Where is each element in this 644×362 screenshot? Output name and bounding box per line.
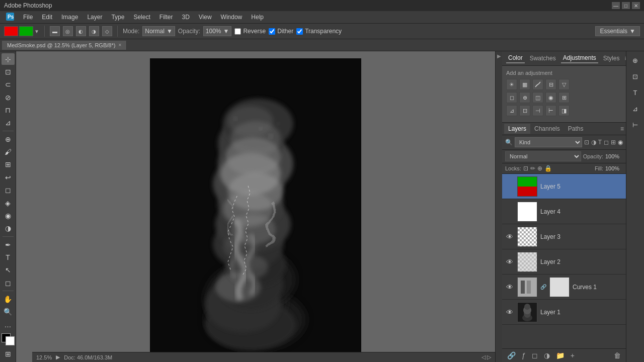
reverse-checkbox[interactable] xyxy=(234,28,241,35)
layer-3-visibility[interactable]: 👁 xyxy=(505,233,514,241)
screen-mode-button[interactable]: ⊞ xyxy=(2,348,15,360)
menu-image[interactable]: Image xyxy=(57,13,82,22)
tab-swatches[interactable]: Swatches xyxy=(528,54,558,63)
layer-group-button[interactable]: 📁 xyxy=(554,350,567,360)
transparency-checkbox[interactable] xyxy=(296,28,303,35)
tab-color[interactable]: Color xyxy=(506,53,525,63)
layer-new-button[interactable]: + xyxy=(569,350,577,360)
lasso-tool[interactable]: ⊂ xyxy=(2,79,15,90)
adj-levels-icon[interactable]: ▦ xyxy=(519,79,530,90)
layer-new-fill-button[interactable]: ◑ xyxy=(542,350,552,360)
menu-edit[interactable]: Edit xyxy=(38,13,56,22)
move-tool[interactable]: ⊹ xyxy=(2,53,15,65)
layer-item-5[interactable]: Layer 5 xyxy=(502,174,626,199)
window-controls[interactable]: — □ ✕ xyxy=(612,2,640,9)
stamp-tool[interactable]: ⊞ xyxy=(2,159,15,170)
extra-tools[interactable]: … xyxy=(2,319,15,330)
layer-add-style-button[interactable]: ƒ xyxy=(520,350,528,360)
right-tool-3[interactable]: T xyxy=(628,85,642,100)
adj-colorbalance-icon[interactable]: ⊕ xyxy=(519,92,530,103)
path-selection-tool[interactable]: ↖ xyxy=(2,264,15,276)
transparency-checkbox-group[interactable]: Transparency xyxy=(296,28,342,35)
menu-window[interactable]: Window xyxy=(217,13,247,22)
tab-close-button[interactable]: × xyxy=(118,42,121,48)
curves1-visibility[interactable]: 👁 xyxy=(505,283,514,291)
type-tool[interactable]: T xyxy=(2,251,15,263)
shape-tool[interactable]: ◻ xyxy=(2,277,15,289)
marquee-tool[interactable]: ⊡ xyxy=(2,66,15,77)
crop-tool[interactable]: ⊓ xyxy=(2,104,15,116)
menu-filter[interactable]: Filter xyxy=(155,13,177,22)
layers-panel-options-icon[interactable]: ≡ xyxy=(620,125,624,132)
filter-adj-icon[interactable]: ◑ xyxy=(591,139,596,146)
menu-help[interactable]: Help xyxy=(247,13,268,22)
filter-type-icon[interactable]: T xyxy=(598,139,602,146)
gradient-diamond-button[interactable]: ◇ xyxy=(102,26,112,36)
right-tool-4[interactable]: ⊿ xyxy=(628,102,642,116)
layer-add-mask-button[interactable]: ◻ xyxy=(530,350,540,360)
fg-bg-colors[interactable] xyxy=(2,333,15,345)
adj-channelmixer-icon[interactable]: ⊞ xyxy=(558,92,570,103)
quick-selection-tool[interactable]: ⊘ xyxy=(2,92,15,103)
swatch-red[interactable] xyxy=(4,26,18,36)
close-button[interactable]: ✕ xyxy=(632,2,640,9)
adj-brightness-icon[interactable]: ☀ xyxy=(506,79,517,90)
adj-vibrance-icon[interactable]: ▽ xyxy=(558,79,570,90)
filter-pixel-icon[interactable]: ⊡ xyxy=(584,139,589,146)
filter-smart-icon[interactable]: ⊞ xyxy=(611,139,616,146)
lock-all-icon[interactable]: 🔒 xyxy=(544,165,552,172)
adj-curves-icon[interactable] xyxy=(532,79,543,90)
panels-collapse-strip[interactable]: ▶ xyxy=(495,51,502,362)
minimize-button[interactable]: — xyxy=(612,2,620,9)
blend-mode-dropdown[interactable]: Normal xyxy=(505,151,581,161)
gradient-reflected-button[interactable]: ◑ xyxy=(89,26,99,36)
background-color[interactable] xyxy=(6,336,15,345)
blur-tool[interactable]: ◉ xyxy=(2,210,15,221)
lock-move-icon[interactable]: ⊕ xyxy=(537,165,542,172)
gradient-radial-button[interactable]: ◎ xyxy=(63,26,73,36)
mode-dropdown[interactable]: Normal ▼ xyxy=(142,26,175,36)
menu-type[interactable]: Type xyxy=(107,13,128,22)
menu-select[interactable]: Select xyxy=(129,13,154,22)
layer-item-2[interactable]: 👁 Layer 2 xyxy=(502,249,626,275)
menu-file[interactable]: File xyxy=(19,13,37,22)
reverse-checkbox-group[interactable]: Reverse xyxy=(234,28,266,35)
adj-gradient-map-icon[interactable]: ◨ xyxy=(558,105,570,116)
layer-item-3[interactable]: 👁 Layer 3 xyxy=(502,224,626,249)
tab-adjustments[interactable]: Adjustments xyxy=(561,53,598,63)
right-tool-5[interactable]: ⊢ xyxy=(628,118,642,132)
hand-tool[interactable]: ✋ xyxy=(2,293,15,305)
gradient-linear-button[interactable]: ▬ xyxy=(50,26,60,36)
layer-delete-button[interactable]: 🗑 xyxy=(612,350,623,360)
paths-tab[interactable]: Paths xyxy=(564,124,588,134)
adj-exposure-icon[interactable]: ⊟ xyxy=(545,79,556,90)
layer-filter-dropdown[interactable]: Kind xyxy=(515,137,582,147)
gradient-swatch-group[interactable]: ▼ xyxy=(4,26,39,36)
maximize-button[interactable]: □ xyxy=(622,2,630,9)
opacity-dropdown[interactable]: 100% ▼ xyxy=(203,26,232,36)
tab-styles[interactable]: Styles xyxy=(601,54,622,63)
adj-threshold-icon[interactable]: ⊢ xyxy=(545,105,556,116)
gradient-angle-button[interactable]: ◐ xyxy=(76,26,86,36)
adj-hsl-icon[interactable]: ◻ xyxy=(506,92,517,103)
menu-ps[interactable]: Ps xyxy=(2,12,18,23)
eraser-tool[interactable]: ◻ xyxy=(2,185,15,196)
menu-layer[interactable]: Layer xyxy=(83,13,106,22)
adj-colorlookup-icon[interactable]: ⊿ xyxy=(506,105,517,116)
menu-view[interactable]: View xyxy=(195,13,216,22)
layer-item-4[interactable]: Layer 4 xyxy=(502,199,626,224)
layer-item-curves1[interactable]: 👁 🔗 Curves 1 xyxy=(502,275,626,300)
spot-heal-tool[interactable]: ⊕ xyxy=(2,133,15,145)
dodge-tool[interactable]: ◑ xyxy=(2,223,15,234)
dither-checkbox-group[interactable]: Dither xyxy=(269,28,293,35)
zoom-tool[interactable]: 🔍 xyxy=(2,306,15,318)
lock-pixels-icon[interactable]: ⊡ xyxy=(523,165,528,172)
menu-3d[interactable]: 3D xyxy=(178,13,193,22)
swatch-green[interactable] xyxy=(19,26,33,36)
pen-tool[interactable]: ✒ xyxy=(2,239,15,250)
document-tab[interactable]: MedSmoke.psd @ 12.5% (Layer 5, RGB/8*) × xyxy=(2,41,127,50)
filter-shape-icon[interactable]: ◻ xyxy=(604,139,609,146)
adj-invert-icon[interactable]: ⊡ xyxy=(519,105,530,116)
right-tool-1[interactable]: ⊕ xyxy=(628,53,642,67)
swatch-arrow[interactable]: ▼ xyxy=(34,29,39,34)
